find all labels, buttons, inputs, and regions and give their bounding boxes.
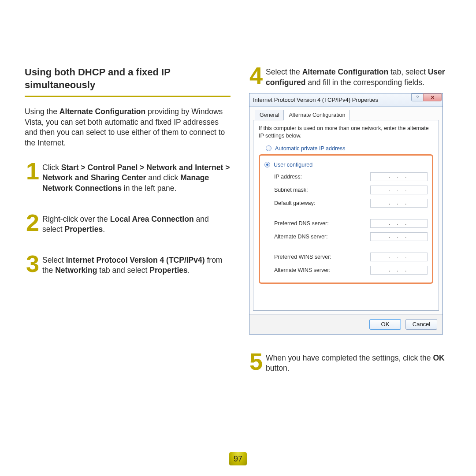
field-label: Default gateway: <box>274 200 315 206</box>
text: button. <box>266 364 290 372</box>
default-gateway-input[interactable]: . . . <box>370 199 428 208</box>
step-number: 3 <box>25 254 40 273</box>
page-number: 97 <box>234 454 242 464</box>
text: Using the <box>25 107 60 116</box>
field-label: IP address: <box>274 174 302 180</box>
field-label: Alternate WINS server: <box>274 267 331 273</box>
tab-alternate-configuration[interactable]: Alternate Configuration <box>284 110 350 120</box>
step-2: 2 Right-click over the Local Area Connec… <box>25 213 231 235</box>
field-alternate-dns: Alternate DNS server: . . . <box>274 232 428 241</box>
step-5: 5 When you have completed the settings, … <box>248 352 454 374</box>
text-bold: Properties <box>65 225 103 234</box>
text-bold: Networking <box>55 266 97 275</box>
field-label: Preferred DNS server: <box>274 220 329 227</box>
text: tab, select <box>388 67 428 76</box>
subnet-mask-input[interactable]: . . . <box>370 186 428 194</box>
step-3: 3 Select Internet Protocol Version 4 (TC… <box>25 254 231 276</box>
step-text: Select the Alternate Configuration tab, … <box>266 66 454 88</box>
cancel-button[interactable]: Cancel <box>405 319 437 330</box>
text-bold: Alternate Configuration <box>60 107 145 116</box>
page-content: Using both DHCP and a fixed IP simultane… <box>0 0 476 393</box>
text: When you have completed the settings, cl… <box>266 353 433 362</box>
page-number-badge: 97 <box>229 452 247 465</box>
field-label: Subnet mask: <box>274 187 308 193</box>
field-label: Preferred WINS server: <box>274 254 331 260</box>
text: tab and select <box>97 266 150 275</box>
field-ip-address: IP address: . . . <box>274 172 428 181</box>
step-text: Click Start > Control Panel > Network an… <box>42 162 231 194</box>
text: Click <box>42 163 61 172</box>
text-bold: Internet Protocol Version 4 (TCP/IPv4) <box>66 256 205 264</box>
step-number: 2 <box>25 213 40 232</box>
field-default-gateway: Default gateway: . . . <box>274 199 428 208</box>
field-preferred-wins: Preferred WINS server: . . . <box>274 253 428 261</box>
text: . <box>188 266 190 275</box>
close-button[interactable]: ✕ <box>423 93 442 101</box>
step-number: 4 <box>248 66 263 85</box>
ip-address-input[interactable]: . . . <box>370 172 428 181</box>
radio-label: Automatic private IP address <box>275 145 346 152</box>
radio-icon <box>266 145 271 151</box>
text: . <box>103 225 105 234</box>
field-subnet-mask: Subnet mask: . . . <box>274 186 428 194</box>
radio-user-configured[interactable]: User configured <box>264 162 428 168</box>
radio-icon <box>264 162 270 167</box>
step-1: 1 Click Start > Control Panel > Network … <box>25 162 231 194</box>
preferred-dns-input[interactable]: . . . <box>370 219 428 228</box>
dialog-titlebar: Internet Protocol Version 4 (TCP/IPv4) P… <box>249 93 443 107</box>
dialog-actions: OK Cancel <box>249 314 443 334</box>
close-icon: ✕ <box>431 95 435 100</box>
field-alternate-wins: Alternate WINS server: . . . <box>274 266 428 275</box>
step-number: 1 <box>25 162 40 180</box>
help-button[interactable]: ? <box>411 93 424 101</box>
step-text: Right-click over the Local Area Connecti… <box>42 213 231 235</box>
field-label: Alternate DNS server: <box>274 234 328 240</box>
text: Select the <box>266 67 302 76</box>
text: and click <box>146 173 180 182</box>
step-text: When you have completed the settings, cl… <box>266 352 454 374</box>
dialog-body: General Alternate Configuration If this … <box>249 107 443 314</box>
help-icon: ? <box>416 95 419 100</box>
window-buttons: ? ✕ <box>412 93 442 102</box>
intro-paragraph: Using the Alternate Configuration provid… <box>25 107 231 149</box>
step-text: Select Internet Protocol Version 4 (TCP/… <box>42 254 231 276</box>
ok-button[interactable]: OK <box>369 319 401 330</box>
step-number: 5 <box>248 352 263 371</box>
ipv4-properties-dialog: Internet Protocol Version 4 (TCP/IPv4) P… <box>249 93 443 335</box>
text: Right-click over the <box>42 215 110 223</box>
text: in the left pane. <box>122 184 177 193</box>
alternate-dns-input[interactable]: . . . <box>370 232 428 241</box>
radio-label: User configured <box>274 162 312 168</box>
tab-pane: If this computer is used on more than on… <box>253 120 439 311</box>
dialog-tabs: General Alternate Configuration <box>253 109 439 120</box>
highlighted-user-configured-box: User configured IP address: . . . Subnet… <box>259 154 433 284</box>
text-bold: OK <box>433 353 444 362</box>
field-preferred-dns: Preferred DNS server: . . . <box>274 219 428 228</box>
left-column: Using both DHCP and a fixed IP simultane… <box>25 66 231 393</box>
dialog-hint: If this computer is used on more than on… <box>259 125 433 139</box>
text: and fill in the corresponding fields. <box>305 78 424 87</box>
alternate-wins-input[interactable]: . . . <box>370 266 428 275</box>
section-title: Using both DHCP and a fixed IP simultane… <box>25 66 231 97</box>
dialog-title: Internet Protocol Version 4 (TCP/IPv4) P… <box>253 97 378 103</box>
text-bold: Properties <box>149 266 188 275</box>
tab-general[interactable]: General <box>255 110 284 120</box>
step-4: 4 Select the Alternate Configuration tab… <box>248 66 454 88</box>
preferred-wins-input[interactable]: . . . <box>370 253 428 261</box>
right-column: 4 Select the Alternate Configuration tab… <box>248 66 454 393</box>
text-bold: Alternate Configuration <box>302 67 388 76</box>
radio-automatic-private-ip[interactable]: Automatic private IP address <box>266 145 433 152</box>
text-bold: Local Area Connection <box>110 215 194 223</box>
text: Select <box>42 256 66 264</box>
